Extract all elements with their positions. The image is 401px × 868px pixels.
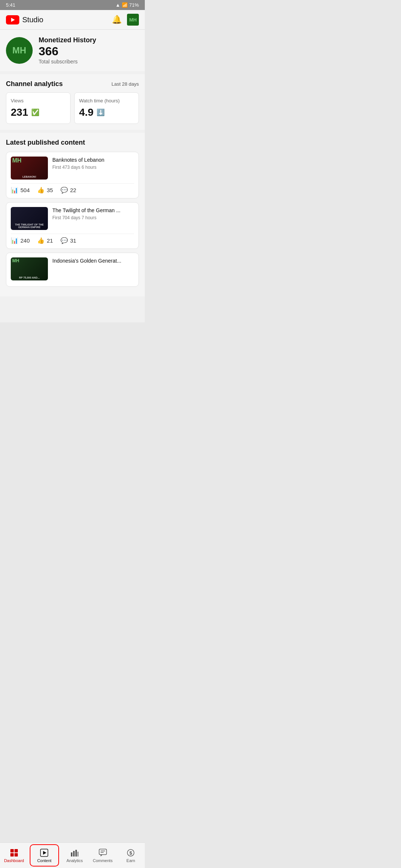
youtube-logo-icon (6, 15, 19, 24)
content-meta-2: First 704 days 7 hours (52, 215, 120, 220)
content-card-3[interactable]: MH RP 75,000 AND... Indonesia's Golden G… (6, 253, 139, 287)
thumb-mh-1: MH (12, 157, 22, 164)
comment-icon-1: 💬 (61, 187, 68, 194)
battery-icon: 71% (129, 2, 139, 8)
wifi-icon: ▲ (115, 2, 120, 8)
likes-count-1: 35 (47, 187, 53, 193)
content-title-2: The Twilight of the German ... (52, 207, 120, 214)
analytics-cards: Views 231 ✅ Watch time (hours) 4.9 ⬇️ (6, 92, 139, 124)
studio-label: Studio (22, 16, 43, 24)
app-bar-logo-group: Studio (6, 15, 43, 24)
likes-count-2: 21 (47, 237, 53, 244)
stat-likes-2: 👍 21 (37, 237, 53, 244)
channel-info: Monetized History 366 Total subscribers (39, 36, 96, 65)
latest-published-section: Latest published content MH LEBANON! Ban… (0, 133, 145, 296)
content-info-2: The Twilight of the German ... First 704… (52, 207, 120, 220)
content-info-3: Indonesia's Golden Generat... (52, 257, 121, 264)
user-avatar[interactable]: MH (127, 14, 139, 26)
thumb-label-3: RP 75,000 AND... (12, 276, 47, 280)
views-label: Views (11, 98, 66, 103)
watch-time-value: 4.9 (79, 106, 94, 118)
views-count-1: 504 (20, 187, 30, 193)
content-card-3-top: MH RP 75,000 AND... Indonesia's Golden G… (11, 257, 134, 280)
watch-time-value-row: 4.9 ⬇️ (79, 106, 134, 118)
stat-views-1: 📊 504 (11, 187, 30, 194)
content-thumbnail-2: THE TWILIGHT OF THE GERMAN EMPIRE (11, 207, 48, 230)
stat-comments-2: 💬 31 (61, 237, 76, 244)
views-value: 231 (11, 106, 28, 118)
content-meta-1: First 473 days 6 hours (52, 165, 104, 170)
stat-likes-1: 👍 35 (37, 187, 53, 194)
content-stats-2: 📊 240 👍 21 💬 31 (11, 234, 134, 244)
stat-comments-1: 💬 22 (61, 187, 76, 194)
channel-header: MH Monetized History 366 Total subscribe… (0, 30, 145, 71)
stat-views-2: 📊 240 (11, 237, 30, 244)
watch-time-label: Watch time (hours) (79, 98, 134, 103)
views-card: Views 231 ✅ (6, 92, 71, 124)
analytics-header: Channel analytics Last 28 days (6, 80, 139, 88)
signal-icon: 📶 (122, 2, 128, 8)
content-thumbnail-1: MH LEBANON! (11, 157, 48, 180)
content-card-2[interactable]: THE TWILIGHT OF THE GERMAN EMPIRE The Tw… (6, 202, 139, 249)
analytics-title: Channel analytics (6, 80, 63, 88)
main-content: MH Monetized History 366 Total subscribe… (0, 30, 145, 322)
thumb-label-1: LEBANON! (12, 175, 47, 179)
views-trend-icon: ✅ (31, 108, 39, 116)
published-title: Latest published content (6, 139, 139, 147)
channel-avatar: MH (6, 37, 33, 64)
subscriber-count: 366 (39, 45, 96, 58)
channel-analytics-section: Channel analytics Last 28 days Views 231… (0, 74, 145, 130)
content-title-1: Banknotes of Lebanon (52, 157, 104, 163)
content-info-1: Banknotes of Lebanon First 473 days 6 ho… (52, 157, 104, 170)
watch-time-card: Watch time (hours) 4.9 ⬇️ (74, 92, 139, 124)
bar-chart-icon-1: 📊 (11, 187, 18, 194)
app-bar-actions: 🔔 MH (112, 14, 139, 26)
subscriber-label: Total subscribers (39, 59, 96, 65)
analytics-period: Last 28 days (111, 81, 139, 87)
content-title-3: Indonesia's Golden Generat... (52, 257, 121, 264)
thumb-label-2: THE TWILIGHT OF THE GERMAN EMPIRE (12, 223, 47, 229)
bar-chart-icon-2: 📊 (11, 237, 18, 244)
status-bar: 5:41 ▲ 📶 71% (0, 0, 145, 10)
content-card-1-top: MH LEBANON! Banknotes of Lebanon First 4… (11, 157, 134, 180)
views-count-2: 240 (20, 237, 30, 244)
channel-name: Monetized History (39, 36, 96, 44)
status-time: 5:41 (6, 2, 15, 8)
comments-count-1: 22 (70, 187, 76, 193)
comment-icon-2: 💬 (61, 237, 68, 244)
content-card-1[interactable]: MH LEBANON! Banknotes of Lebanon First 4… (6, 152, 139, 198)
comments-count-2: 31 (70, 237, 76, 244)
views-value-row: 231 ✅ (11, 106, 66, 118)
thumbs-up-icon-1: 👍 (37, 187, 45, 194)
app-bar: Studio 🔔 MH (0, 10, 145, 30)
content-card-2-top: THE TWILIGHT OF THE GERMAN EMPIRE The Tw… (11, 207, 134, 230)
watch-time-trend-icon: ⬇️ (97, 108, 105, 116)
content-thumbnail-3: MH RP 75,000 AND... (11, 257, 48, 280)
notification-icon[interactable]: 🔔 (112, 15, 122, 24)
thumbs-up-icon-2: 👍 (37, 237, 45, 244)
content-stats-1: 📊 504 👍 35 💬 22 (11, 183, 134, 194)
status-icons: ▲ 📶 71% (115, 2, 139, 8)
thumb-mh-3: MH (12, 258, 19, 263)
